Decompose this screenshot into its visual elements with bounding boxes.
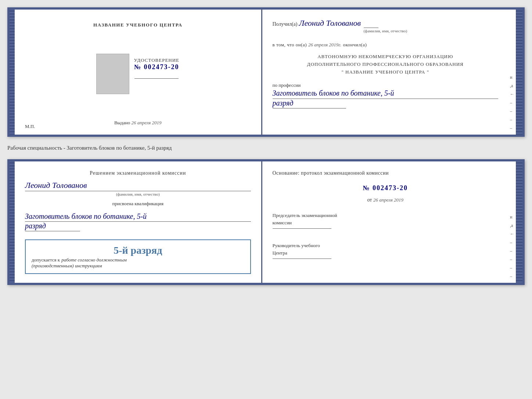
director-label: Руководитель учебного Центра: [273, 242, 499, 256]
director-signature-block: Руководитель учебного Центра: [273, 242, 499, 261]
right-edge-strip: и ,а ← – – – –: [508, 10, 516, 135]
chair-sig-line: [273, 228, 331, 229]
qualification-document: Решением экзаменационной комиссии Леонид…: [7, 159, 525, 285]
qual-name: Леонид Толованов: [25, 181, 251, 190]
qual-left-page: Решением экзаменационной комиссии Леонид…: [15, 161, 262, 283]
specialty-label: Рабочая специальность - Заготовитель бло…: [7, 143, 525, 153]
chair-signature-block: Председатель экзаменационной комиссии: [273, 212, 499, 231]
spine-left-2: [10, 161, 15, 283]
issued-label: Выдано: [114, 120, 130, 125]
org-name: НАЗВАНИЕ УЧЕБНОГО ЦЕНТРА: [345, 69, 425, 75]
stamp-work: работе согласно должностным: [61, 257, 127, 263]
org-block: АВТОНОМНУЮ НЕКОММЕРЧЕСКУЮ ОРГАНИЗАЦИЮ ДО…: [273, 53, 499, 76]
spine-right-2: [516, 161, 522, 283]
basis-title: Основание: протокол экзаменационной коми…: [273, 170, 499, 176]
org-name-line: " НАЗВАНИЕ УЧЕБНОГО ЦЕНТРА ": [273, 68, 499, 76]
basis-date: от 26 апреля 2019: [273, 197, 499, 203]
mp-label: М.П.: [25, 124, 35, 129]
page-container: НАЗВАНИЕ УЧЕБНОГО ЦЕНТРА УДОСТОВЕРЕНИЕ №…: [7, 7, 525, 285]
spine-left: [10, 10, 15, 135]
profession-value: Заготовитель блоков по ботанике, 5-й: [273, 88, 499, 99]
recipient-prefix: Получил(а): [273, 21, 298, 27]
basis-date-value: 26 апреля 2019: [373, 197, 403, 203]
chair-label: Председатель экзаменационной комиссии: [273, 212, 499, 226]
director-sig-line: [273, 259, 331, 259]
fio-label-1: (фамилия, имя, отчество): [273, 29, 499, 33]
stamp-admission-line: допускается к работе согласно должностны…: [32, 256, 244, 263]
stamp-box: 5-й разряд допускается к работе согласно…: [25, 239, 251, 274]
recipient-block: Получил(а) Леонид Толованов (фамилия, им…: [273, 18, 499, 33]
right-edge-strip-2: и ,а ← – – – – –: [508, 161, 516, 283]
cert-right-page: Получил(а) Леонид Толованов (фамилия, им…: [262, 10, 509, 135]
cert-title-label: УДОСТОВЕРЕНИЕ: [134, 57, 179, 63]
cert-number-digits: 002473-20: [144, 63, 179, 71]
qual-profession: Заготовитель блоков по ботанике, 5-й: [25, 211, 251, 222]
recipient-name: Леонид Толованов: [299, 18, 361, 28]
training-center-title: НАЗВАНИЕ УЧЕБНОГО ЦЕНТРА: [93, 22, 183, 28]
basis-num-digits: 002473-20: [373, 184, 408, 192]
certificate-document: НАЗВАНИЕ УЧЕБНОГО ЦЕНТРА УДОСТОВЕРЕНИЕ №…: [7, 7, 525, 137]
stamp-instructions: (производственным) инструкциям: [32, 263, 244, 269]
cert-left-page: НАЗВАНИЕ УЧЕБНОГО ЦЕНТРА УДОСТОВЕРЕНИЕ №…: [15, 10, 262, 135]
issued-line: Выдано 26 апреля 2019: [114, 120, 162, 126]
profession-label: по профессии: [273, 82, 499, 88]
basis-number-block: № 002473-20: [273, 184, 499, 192]
completed-suffix: окончил(а): [343, 42, 367, 47]
completed-block: в том, что он(а) 26 апреля 2019г. окончи…: [273, 41, 499, 48]
profession-block: по профессии Заготовитель блоков по бота…: [273, 82, 499, 108]
spine-right: [516, 10, 522, 135]
qual-name-block: Леонид Толованов (фамилия, имя, отчество…: [25, 181, 251, 196]
completed-date: 26 апреля 2019г.: [308, 42, 341, 47]
qual-right-page: Основание: протокол экзаменационной коми…: [262, 161, 509, 283]
photo-placeholder: [96, 54, 129, 94]
assigned-label: присвоена квалификация: [25, 201, 251, 207]
issued-date: 26 апреля 2019: [131, 120, 161, 125]
cert-number-value: № 002473-20: [134, 63, 179, 71]
fio-label-2: (фамилия, имя, отчество): [25, 192, 251, 196]
org-line2: ДОПОЛНИТЕЛЬНОГО ПРОФЕССИОНАЛЬНОГО ОБРАЗО…: [273, 61, 499, 68]
certificate-number-block: УДОСТОВЕРЕНИЕ № 002473-20: [134, 57, 179, 71]
basis-number: № 002473-20: [363, 184, 408, 192]
qual-razryad: разряд: [25, 222, 80, 231]
stamp-rank: 5-й разряд: [32, 245, 244, 256]
razryad-value: разряд: [273, 99, 346, 108]
org-line1: АВТОНОМНУЮ НЕКОММЕРЧЕСКУЮ ОРГАНИЗАЦИЮ: [273, 53, 499, 61]
decision-title: Решением экзаменационной комиссии: [25, 170, 251, 176]
completed-prefix: в том, что он(а): [273, 42, 307, 47]
stamp-admission: допускается к: [32, 257, 60, 263]
qual-profession-block: Заготовитель блоков по ботанике, 5-й раз…: [25, 211, 251, 231]
